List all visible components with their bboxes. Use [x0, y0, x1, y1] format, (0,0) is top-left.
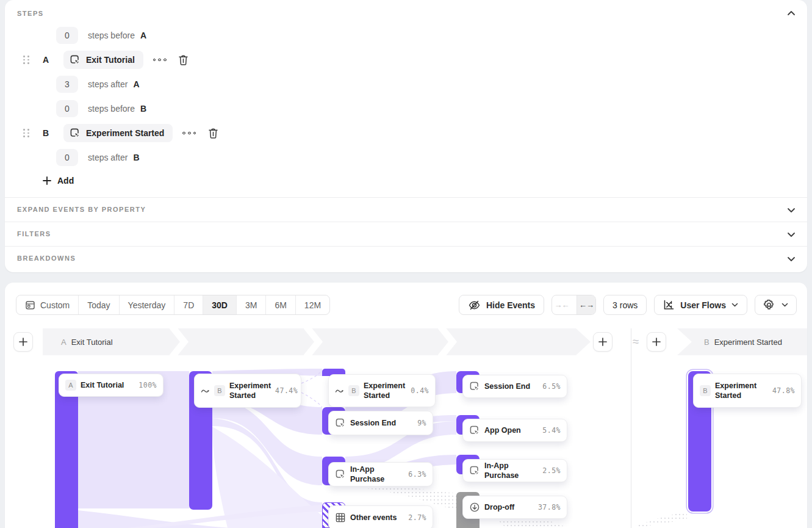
- flow-card-label: Experiment Started: [715, 381, 768, 401]
- expand-columns-button[interactable]: ←→: [577, 295, 595, 314]
- range-yesterday[interactable]: Yesterday: [119, 295, 174, 314]
- range-3m[interactable]: 3M: [236, 295, 265, 314]
- view-type-label: User Flows: [680, 300, 726, 310]
- chevron-down-icon: [786, 230, 796, 239]
- gear-icon: [763, 299, 775, 311]
- view-type-dropdown[interactable]: User Flows: [654, 295, 747, 315]
- step-a-event-label: Exit Tutorial: [86, 55, 135, 65]
- add-column-after-a-button[interactable]: [593, 332, 613, 352]
- column-band-step-b[interactable]: B Experiment Started: [677, 328, 807, 355]
- range-today[interactable]: Today: [78, 295, 118, 314]
- flow-card-percent: 9%: [417, 419, 426, 427]
- steps-before-b-row: 0 steps before B: [56, 100, 146, 117]
- flow-card-drop-off[interactable]: Drop-off 37.8%: [462, 496, 567, 519]
- add-column-before-b-button[interactable]: [647, 332, 666, 352]
- flow-card-in-app-purchase-63[interactable]: In-App Purchase 6.3%: [328, 462, 433, 486]
- event-click-icon: [70, 54, 81, 65]
- flow-card-label: Other events: [350, 513, 404, 523]
- flow-card-percent: 5.4%: [542, 426, 561, 435]
- band-chevron-separator: [168, 328, 189, 355]
- chart-toolbar-right: Hide Events →← ←→ 3 rows User Flows: [459, 295, 797, 315]
- band-chevron-separator: [303, 328, 323, 355]
- approx-gap-symbol: ≈: [626, 328, 645, 355]
- user-flows-icon: [663, 300, 675, 310]
- collapse-steps-chevron-up-icon[interactable]: [786, 9, 796, 18]
- chevron-down-icon: [786, 205, 796, 215]
- step-b-badge: B: [700, 385, 711, 396]
- filters-accordion[interactable]: FILTERS: [5, 222, 807, 246]
- step-a-row: A Exit Tutorial: [23, 51, 190, 69]
- calendar-icon: [25, 300, 35, 310]
- chevron-down-icon: [786, 254, 796, 264]
- event-click-icon: [335, 469, 346, 480]
- flow-card-percent: 6.3%: [408, 470, 426, 479]
- step-b-badge: B: [214, 385, 225, 396]
- indirect-flow-squiggle-icon: [201, 388, 210, 394]
- flow-card-percent: 47.4%: [275, 386, 298, 395]
- steps-before-a-row: 0 steps before A: [56, 27, 146, 44]
- plus-icon: [598, 338, 607, 346]
- steps-after-a-input[interactable]: 3: [56, 76, 78, 93]
- flow-card-experiment-started-04[interactable]: B Experiment Started 0.4%: [328, 374, 436, 407]
- flow-card-exit-tutorial[interactable]: A Exit Tutorial 100%: [59, 374, 163, 397]
- steps-after-a-ref: A: [133, 79, 139, 89]
- range-custom[interactable]: Custom: [16, 295, 78, 314]
- drag-handle-icon[interactable]: [23, 56, 30, 64]
- step-b-delete-trash-icon[interactable]: [207, 126, 219, 140]
- flow-card-session-end-65[interactable]: Session End 6.5%: [462, 375, 567, 398]
- range-12m[interactable]: 12M: [295, 295, 329, 314]
- steps-before-b-input[interactable]: 0: [56, 100, 78, 117]
- steps-after-b-row: 0 steps after B: [56, 149, 140, 166]
- expand-events-label: EXPAND EVENTS BY PROPERTY: [17, 206, 146, 213]
- eye-off-icon: [468, 300, 481, 311]
- flow-card-percent: 2.7%: [408, 513, 426, 522]
- flow-card-in-app-purchase-25[interactable]: In-App Purchase 2.5%: [462, 459, 567, 482]
- flow-card-label: Session End: [350, 418, 413, 428]
- band-a-label: Exit Tutorial: [71, 338, 113, 347]
- range-6m[interactable]: 6M: [265, 295, 295, 314]
- steps-before-a-ref: A: [140, 31, 146, 40]
- steps-before-a-input[interactable]: 0: [56, 27, 78, 44]
- chevron-down-icon: [781, 303, 788, 307]
- add-column-before-a-button[interactable]: [13, 332, 33, 352]
- collapse-columns-button[interactable]: →←: [552, 295, 571, 314]
- flow-card-session-end-9[interactable]: Session End 9%: [328, 411, 433, 435]
- filters-label: FILTERS: [17, 230, 51, 237]
- flow-card-percent: 0.4%: [411, 386, 429, 395]
- breakdowns-accordion[interactable]: BREAKDOWNS: [5, 246, 807, 270]
- steps-after-a-row: 3 steps after A: [56, 76, 140, 93]
- step-a-delete-trash-icon[interactable]: [178, 53, 190, 67]
- flow-card-experiment-started-47[interactable]: B Experiment Started 47.4%: [194, 374, 301, 408]
- drop-off-icon: [469, 502, 480, 513]
- steps-section-title: STEPS: [17, 10, 44, 17]
- column-band-step-a[interactable]: A Exit Tutorial: [43, 328, 591, 355]
- add-step-button[interactable]: Add: [43, 176, 74, 186]
- step-a-event-chip[interactable]: Exit Tutorial: [63, 51, 143, 69]
- step-a-more-options-icon[interactable]: [153, 51, 167, 69]
- chevron-down-icon: [731, 303, 738, 307]
- step-b-event-label: Experiment Started: [86, 128, 164, 138]
- steps-after-b-label: steps after: [88, 153, 128, 162]
- step-b-more-options-icon[interactable]: [182, 124, 196, 142]
- expand-events-accordion[interactable]: EXPAND EVENTS BY PROPERTY: [5, 197, 807, 222]
- flow-card-percent: 2.5%: [542, 466, 561, 475]
- flow-card-experiment-started-478[interactable]: B Experiment Started 47.8%: [693, 374, 802, 408]
- step-a-badge: A: [65, 380, 76, 391]
- event-click-icon: [70, 128, 81, 139]
- steps-after-a-label: steps after: [88, 79, 128, 89]
- settings-dropdown-button[interactable]: [755, 295, 797, 315]
- add-step-label: Add: [57, 176, 74, 186]
- event-click-icon: [335, 418, 346, 429]
- flow-card-label: App Open: [484, 425, 538, 435]
- flow-card-other-events[interactable]: Other events 2.7%: [328, 505, 433, 528]
- hide-events-button[interactable]: Hide Events: [459, 295, 544, 315]
- flow-card-app-open[interactable]: App Open 5.4%: [462, 419, 567, 442]
- rows-count-button[interactable]: 3 rows: [603, 295, 647, 315]
- band-b-letter: B: [704, 338, 710, 347]
- range-30d-selected[interactable]: 30D: [203, 295, 236, 314]
- step-b-event-chip[interactable]: Experiment Started: [63, 124, 173, 142]
- steps-after-b-input[interactable]: 0: [56, 149, 78, 166]
- drag-handle-icon[interactable]: [23, 129, 30, 137]
- range-7d[interactable]: 7D: [174, 295, 203, 314]
- plus-icon: [43, 176, 51, 185]
